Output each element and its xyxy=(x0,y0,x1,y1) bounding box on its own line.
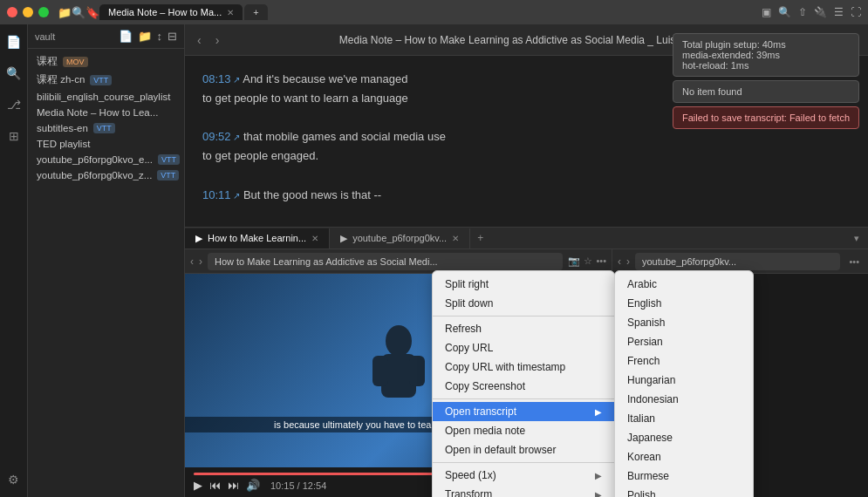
sidebar-item-0[interactable]: 课程 MOV xyxy=(28,52,184,71)
pane-tab-video2[interactable]: ▶ youtube_p6forpg0kv... ✕ xyxy=(330,228,470,248)
titlebar-tabs: Media Note – How to Ma... ✕ + xyxy=(99,4,762,20)
toast-line-3: hot-reload: 1ms xyxy=(682,60,850,71)
ctx-copy-screenshot[interactable]: Copy Screenshot xyxy=(433,377,614,396)
active-tab[interactable]: Media Note – How to Ma... ✕ xyxy=(99,4,243,20)
minimize-button[interactable] xyxy=(23,7,33,17)
play-button[interactable]: ▶ xyxy=(194,479,202,492)
new-folder-icon[interactable]: 📁 xyxy=(138,30,152,43)
prev-button[interactable]: ⏮ xyxy=(209,479,221,492)
pane-tab-video1[interactable]: ▶ How to Make Learnin... ✕ xyxy=(185,228,330,248)
search-sidebar-icon[interactable]: 🔍 xyxy=(3,63,24,84)
maximize-button[interactable] xyxy=(38,7,49,17)
lang-korean[interactable]: Korean xyxy=(615,447,753,466)
ctx-copy-url-timestamp[interactable]: Copy URL with timestamp xyxy=(433,357,614,377)
next-button[interactable]: ⏭ xyxy=(228,479,239,492)
item-label: youtube_p6forpg0kvo_e... xyxy=(37,154,153,165)
video-time: 10:15 / 12:54 xyxy=(270,480,326,491)
sidebar-item-5[interactable]: TED playlist xyxy=(28,136,184,152)
pane-tab-close-icon[interactable]: ✕ xyxy=(311,234,318,243)
forward-button[interactable]: › xyxy=(212,31,223,49)
ctx-speed[interactable]: Speed (1x) ▶ xyxy=(433,466,614,485)
item-badge: MOV xyxy=(63,57,88,67)
sidebar-item-3[interactable]: Media Note – How to Lea... xyxy=(28,105,184,120)
lang-arabic[interactable]: Arabic xyxy=(615,275,753,294)
right-address-bar: youtube_p6forpg0kv... xyxy=(635,253,840,270)
note-line-4: to get people engaged. xyxy=(202,146,851,166)
tab-close-icon[interactable]: ✕ xyxy=(227,8,234,17)
sort-icon[interactable]: ↕ xyxy=(157,30,163,43)
new-file-icon[interactable]: 📄 xyxy=(119,30,133,43)
lang-persian[interactable]: Persian xyxy=(615,332,753,351)
right-more-icon[interactable]: ••• xyxy=(845,256,863,267)
sidebar-item-1[interactable]: 课程 zh-cn VTT xyxy=(28,71,184,89)
ctx-split-down[interactable]: Split down xyxy=(433,294,614,313)
ctx-open-media-note[interactable]: Open media note xyxy=(433,421,614,440)
item-badge: VTT xyxy=(93,123,115,133)
toast-error: Failed to save transcript: Failed to fet… xyxy=(673,106,859,129)
ctx-copy-url[interactable]: Copy URL xyxy=(433,338,614,357)
sidebar-item-2[interactable]: bilibili_english_course_playlist xyxy=(28,89,184,105)
language-submenu: Arabic English Spanish Persian French Hu… xyxy=(614,270,754,497)
lang-hungarian[interactable]: Hungarian xyxy=(615,371,753,390)
ctx-transform[interactable]: Transform ▶ xyxy=(433,485,614,497)
ctx-separator-3 xyxy=(433,462,614,463)
volume-button[interactable]: 🔊 xyxy=(246,479,260,492)
camera-icon[interactable]: 📷 xyxy=(568,255,580,267)
back-button[interactable]: ‹ xyxy=(194,31,205,49)
sidebar-toggle-icon[interactable]: ▣ xyxy=(762,6,771,18)
star-icon[interactable]: ☆ xyxy=(584,255,592,267)
ctx-refresh[interactable]: Refresh xyxy=(433,319,614,338)
more-icon[interactable]: ••• xyxy=(596,255,606,267)
ctx-split-right[interactable]: Split right xyxy=(433,275,614,294)
pane-tab-close-icon2[interactable]: ✕ xyxy=(452,234,459,243)
lang-english[interactable]: English xyxy=(615,294,753,313)
right-back-icon[interactable]: ‹ xyxy=(618,255,621,268)
ctx-open-browser[interactable]: Open in default browser xyxy=(433,440,614,460)
pane-tab-label: How to Make Learnin... xyxy=(208,233,306,243)
debug-icon[interactable]: ⚙ xyxy=(3,469,24,490)
item-label: TED playlist xyxy=(37,139,90,149)
ctx-arrow-transcript: ▶ xyxy=(595,407,602,417)
lang-indonesian[interactable]: Indonesian xyxy=(615,390,753,409)
search-icon[interactable]: 🔍 xyxy=(72,5,85,19)
right-forward-icon[interactable]: › xyxy=(626,255,630,268)
pane-tab-dropdown-icon[interactable]: ▾ xyxy=(845,228,868,248)
lang-italian[interactable]: Italian xyxy=(615,409,753,428)
menu-icon[interactable]: ☰ xyxy=(834,6,844,18)
timestamp-0952[interactable]: 09:52 xyxy=(202,130,240,143)
tab-label: Media Note – How to Ma... xyxy=(108,7,222,17)
collapse-icon[interactable]: ⊟ xyxy=(167,30,177,43)
lang-polish[interactable]: Polish xyxy=(615,486,753,497)
timestamp-0813[interactable]: 08:13 xyxy=(202,72,240,85)
search-global-icon[interactable]: 🔍 xyxy=(778,6,791,18)
video-back-icon[interactable]: ‹ xyxy=(190,255,194,268)
video-url: How to Make Learning as Addictive as Soc… xyxy=(215,256,438,267)
pane-tab-add-button[interactable]: + xyxy=(470,228,490,248)
tab-add-button[interactable]: + xyxy=(244,4,267,20)
file-sidebar: vault 📄 📁 ↕ ⊟ 课程 MOV 课程 zh-cn VTT bilibi… xyxy=(28,24,185,497)
folder-icon[interactable]: 📁 xyxy=(58,5,72,19)
git-icon[interactable]: ⎇ xyxy=(3,94,24,115)
lang-japanese[interactable]: Japanese xyxy=(615,428,753,447)
video-address-icons: 📷 ☆ ••• xyxy=(568,255,606,267)
svg-point-0 xyxy=(386,325,412,357)
pane-tab-icon: ▶ xyxy=(195,233,202,244)
ctx-open-transcript[interactable]: Open transcript ▶ xyxy=(433,402,614,421)
lang-burmese[interactable]: Burmese xyxy=(615,466,753,486)
pane-tabs-row: ▶ How to Make Learnin... ✕ ▶ youtube_p6f… xyxy=(185,228,868,249)
close-button[interactable] xyxy=(7,7,17,17)
bookmark-icon[interactable]: 🔖 xyxy=(85,5,99,19)
sidebar-item-6[interactable]: youtube_p6forpg0kvo_e... VTT xyxy=(28,152,184,167)
lang-french[interactable]: French xyxy=(615,351,753,371)
sidebar-item-7[interactable]: youtube_p6forpg0kvo_z... VTT xyxy=(28,167,184,183)
extensions-icon[interactable]: ⊞ xyxy=(3,126,24,146)
video-forward-icon[interactable]: › xyxy=(199,255,202,268)
sidebar-item-4[interactable]: subtitles-en VTT xyxy=(28,120,184,136)
timestamp-1011[interactable]: 10:11 xyxy=(202,188,240,201)
share-icon[interactable]: ⇧ xyxy=(798,6,807,18)
plugin-icon[interactable]: 🔌 xyxy=(814,6,827,18)
titlebar-right-controls: ▣ 🔍 ⇧ 🔌 ☰ ⛶ xyxy=(762,6,861,18)
lang-spanish[interactable]: Spanish xyxy=(615,313,753,332)
files-icon[interactable]: 📄 xyxy=(3,31,24,52)
fullscreen-icon[interactable]: ⛶ xyxy=(851,6,861,18)
